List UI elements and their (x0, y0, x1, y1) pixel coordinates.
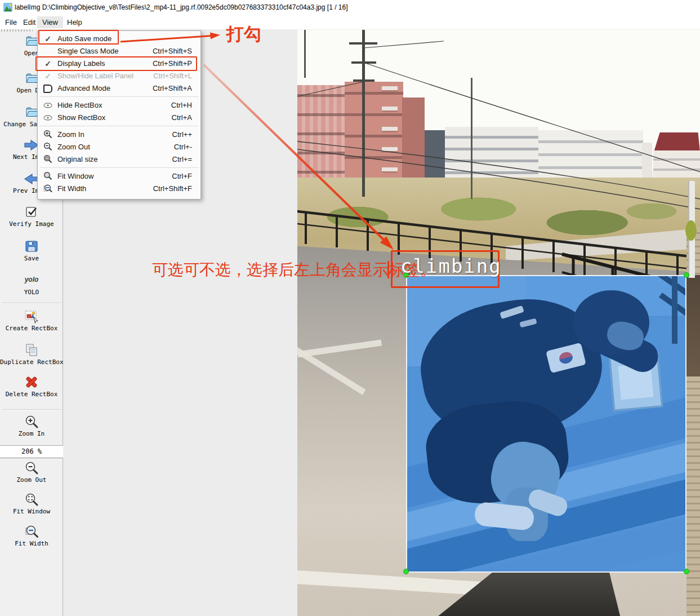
check-icon: ✓ (42, 71, 53, 81)
fit-width-button[interactable]: Fit Width (0, 524, 63, 547)
bbox-handle-top-right[interactable] (684, 272, 689, 278)
duplicate-docs-icon (0, 343, 63, 358)
advanced-mode-icon (42, 83, 53, 94)
annotation-caret (387, 261, 389, 278)
title-bar: labelImg D:\ClimbingObjective_v8\TestFil… (0, 0, 700, 15)
zoom-in-icon (0, 414, 63, 429)
create-rectbox-button[interactable]: Create RectBox (0, 309, 63, 332)
bbox-handle-bottom-left[interactable] (403, 569, 409, 574)
eye-icon (42, 113, 53, 123)
fit-window-button[interactable]: Fit Window (0, 492, 63, 515)
toolbar-label: Fit Width (0, 540, 63, 547)
red-x-icon (0, 375, 63, 390)
annotation-check-text: 打勾 (226, 23, 261, 46)
photo[interactable] (297, 30, 700, 616)
zoom-in-icon (42, 130, 53, 140)
toolbar-label: Save (0, 255, 63, 262)
fit-window-icon (0, 492, 63, 507)
delete-rectbox-button[interactable]: Delete RectBox (0, 375, 63, 398)
verify-image-button[interactable]: Verify Image (0, 205, 63, 228)
toolbar-label: YOLO (0, 289, 63, 296)
zoom-out-icon (42, 142, 53, 152)
menu-help[interactable]: Help (62, 16, 87, 28)
create-shapes-icon (0, 309, 63, 324)
zoom-out-icon (0, 460, 63, 476)
yolo-format-button[interactable]: yolo YOLO (0, 273, 63, 296)
labelimg-window: labelImg D:\ClimbingObjective_v8\TestFil… (0, 0, 700, 616)
toolbar-separator (2, 303, 61, 304)
menu-item-zoom-out[interactable]: Zoom Out Ctrl+- (38, 141, 200, 153)
window-title: labelImg D:\ClimbingObjective_v8\TestFil… (15, 3, 348, 11)
menu-separator (39, 96, 199, 97)
save-button[interactable]: Save (0, 239, 63, 262)
bbox-label-text: climbing (400, 255, 502, 277)
toolbar-label: Delete RectBox (0, 391, 63, 398)
toolbar-label: Create RectBox (0, 325, 63, 332)
annotation-box-auto-save (38, 30, 119, 45)
bbox-handle-bottom-right[interactable] (684, 569, 689, 574)
menu-bar: File Edit View Help (0, 15, 700, 29)
duplicate-rectbox-button[interactable]: Duplicate RectBox (0, 343, 63, 366)
zoom-out-button[interactable]: Zoom Out (0, 460, 63, 484)
checkbox-check-icon (0, 205, 63, 220)
menu-item-show-rectbox[interactable]: Show RectBox Ctrl+A (38, 112, 200, 124)
menu-item-show-hide-label-panel: ✓ Show/Hide Label Panel Ctrl+Shift+L (38, 70, 200, 82)
toolbar-label: Duplicate RectBox (0, 358, 63, 366)
zoom-in-button[interactable]: Zoom In (0, 414, 63, 437)
menu-item-original-size[interactable]: Original size Ctrl+= (38, 153, 200, 166)
toolbar-label: Zoom Out (0, 476, 63, 484)
view-dropdown-menu: ✓ Auto Save mode Single Class Mode Ctrl+… (37, 30, 201, 200)
menu-item-single-class-mode[interactable]: Single Class Mode Ctrl+Shift+S (38, 45, 200, 57)
fit-width-icon (0, 524, 63, 539)
annotation-tip-text: 可选可不选，选择后左上角会显示标签。 (152, 259, 436, 281)
eye-icon (42, 100, 53, 110)
fit-width-icon (42, 184, 53, 194)
bounding-box-climbing[interactable] (406, 275, 686, 573)
menu-item-zoom-in[interactable]: Zoom In Ctrl++ (38, 128, 200, 141)
toolbar-label: Zoom In (0, 430, 63, 437)
menu-item-hide-rectbox[interactable]: Hide RectBox Ctrl+H (38, 99, 200, 112)
app-icon (3, 3, 12, 12)
menu-separator (39, 126, 199, 126)
yolo-text-icon: yolo (0, 273, 63, 288)
fit-window-icon (42, 171, 53, 181)
menu-item-fit-window[interactable]: Fit Window Ctrl+F (38, 170, 200, 183)
zoom-percent-field[interactable]: 206 % (0, 445, 63, 458)
floppy-disk-icon (0, 239, 63, 254)
original-size-icon (42, 154, 53, 165)
menu-item-fit-width[interactable]: Fit Width Ctrl+Shift+F (38, 183, 200, 195)
menu-view[interactable]: View (37, 16, 63, 28)
annotation-box-display-labels (35, 56, 197, 71)
menu-separator (39, 167, 199, 168)
toolbar-drag-handle[interactable] (1, 29, 33, 32)
menu-item-advanced-mode[interactable]: Advanced Mode Ctrl+Shift+A (38, 82, 200, 95)
toolbar-separator (2, 409, 61, 410)
toolbar-label: Verify Image (0, 220, 63, 228)
toolbar-label: Fit Window (0, 508, 63, 515)
